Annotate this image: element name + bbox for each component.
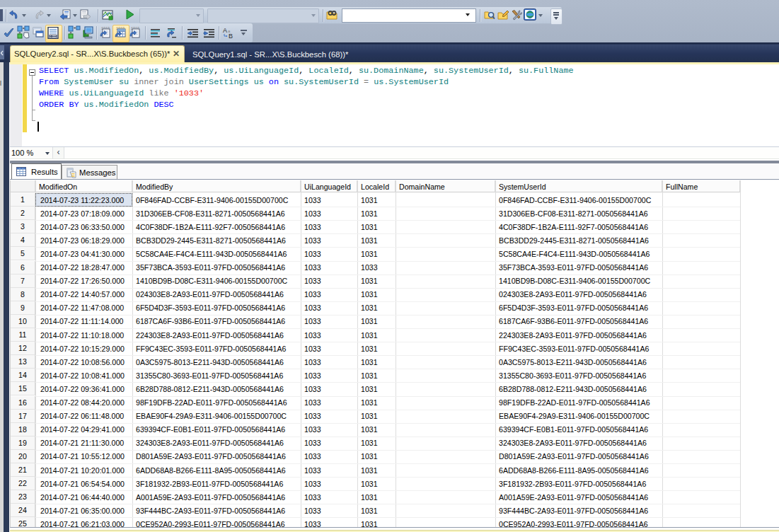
svg-text:B: B bbox=[229, 33, 233, 39]
svg-text:A: A bbox=[223, 27, 227, 34]
